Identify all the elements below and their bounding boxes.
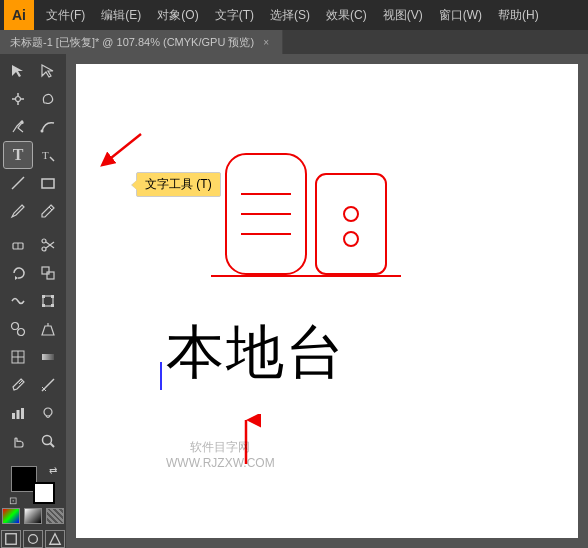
pencil-tool[interactable] bbox=[34, 198, 62, 224]
symbol-sprayer-tool[interactable] bbox=[34, 400, 62, 426]
menu-window[interactable]: 窗口(W) bbox=[431, 3, 490, 28]
svg-rect-41 bbox=[21, 408, 24, 419]
app-logo: Ai bbox=[4, 0, 34, 30]
view-mode-3[interactable] bbox=[45, 530, 65, 548]
line-tool[interactable] bbox=[4, 170, 32, 196]
canvas-area: 文字工具 (T) bbox=[66, 54, 588, 548]
menu-help[interactable]: 帮助(H) bbox=[490, 3, 547, 28]
svg-rect-12 bbox=[42, 179, 54, 188]
zoom-tool[interactable] bbox=[34, 428, 62, 454]
server-illustration bbox=[206, 114, 406, 314]
svg-rect-27 bbox=[51, 304, 54, 307]
svg-rect-22 bbox=[47, 272, 54, 279]
tooltip: 文字工具 (T) bbox=[136, 172, 221, 197]
svg-point-6 bbox=[16, 97, 21, 102]
tab-bar: 未标题-1 [已恢复]* @ 107.84% (CMYK/GPU 预览) × bbox=[0, 30, 588, 54]
svg-point-46 bbox=[29, 535, 38, 544]
menu-file[interactable]: 文件(F) bbox=[38, 3, 93, 28]
svg-point-28 bbox=[12, 323, 19, 330]
color-mode-icon[interactable] bbox=[2, 508, 20, 524]
hand-tool[interactable] bbox=[4, 428, 32, 454]
menu-object[interactable]: 对象(O) bbox=[149, 3, 206, 28]
svg-point-7 bbox=[21, 121, 24, 124]
menu-edit[interactable]: 编辑(E) bbox=[93, 3, 149, 28]
rotate-tool[interactable] bbox=[4, 260, 32, 286]
graph-tool[interactable] bbox=[4, 400, 32, 426]
svg-line-11 bbox=[12, 177, 24, 189]
measure-tool[interactable] bbox=[34, 372, 62, 398]
menu-view[interactable]: 视图(V) bbox=[375, 3, 431, 28]
menu-select[interactable]: 选择(S) bbox=[262, 3, 318, 28]
gradient-mode-icon[interactable] bbox=[24, 508, 42, 524]
shape-builder-tool[interactable] bbox=[4, 316, 32, 342]
view-mode-2[interactable] bbox=[23, 530, 43, 548]
gradient-tool[interactable] bbox=[34, 344, 62, 370]
svg-line-10 bbox=[50, 157, 54, 161]
selection-tool[interactable] bbox=[4, 58, 32, 84]
svg-rect-53 bbox=[316, 174, 386, 274]
text-cursor bbox=[160, 362, 162, 390]
main-area: T T bbox=[0, 54, 588, 548]
svg-rect-40 bbox=[17, 410, 20, 419]
menu-effects[interactable]: 效果(C) bbox=[318, 3, 375, 28]
svg-line-13 bbox=[49, 207, 52, 210]
touch-type-tool[interactable]: T bbox=[34, 142, 62, 168]
tooltip-text: 文字工具 (T) bbox=[145, 177, 212, 191]
color-section: ⇄ ⊡ bbox=[0, 462, 66, 548]
mesh-tool[interactable] bbox=[4, 344, 32, 370]
default-colors-icon[interactable]: ⊡ bbox=[9, 495, 17, 506]
view-mode-1[interactable] bbox=[1, 530, 21, 548]
warp-tool[interactable] bbox=[4, 288, 32, 314]
document-tab[interactable]: 未标题-1 [已恢复]* @ 107.84% (CMYK/GPU 预览) × bbox=[0, 30, 283, 54]
eraser-tool[interactable] bbox=[4, 232, 32, 258]
scissors-tool[interactable] bbox=[34, 232, 62, 258]
tab-title: 未标题-1 [已恢复]* @ 107.84% (CMYK/GPU 预览) bbox=[10, 35, 254, 50]
svg-point-17 bbox=[42, 247, 46, 251]
scale-tool[interactable] bbox=[34, 260, 62, 286]
svg-marker-20 bbox=[15, 276, 18, 280]
svg-rect-25 bbox=[51, 295, 54, 298]
rectangle-tool[interactable] bbox=[34, 170, 62, 196]
svg-marker-0 bbox=[12, 65, 23, 77]
direct-selection-tool[interactable] bbox=[34, 58, 62, 84]
svg-point-54 bbox=[344, 207, 358, 221]
magic-wand-tool[interactable] bbox=[4, 86, 32, 112]
pen-tool[interactable] bbox=[4, 114, 32, 140]
svg-line-44 bbox=[51, 444, 55, 448]
arrow-to-tool bbox=[86, 124, 146, 174]
svg-point-55 bbox=[344, 232, 358, 246]
svg-rect-39 bbox=[12, 413, 15, 419]
svg-rect-35 bbox=[42, 354, 54, 360]
eyedropper-tool[interactable] bbox=[4, 372, 32, 398]
svg-line-36 bbox=[19, 381, 22, 384]
svg-point-16 bbox=[42, 239, 46, 243]
lasso-tool[interactable] bbox=[34, 86, 62, 112]
perspective-tool[interactable] bbox=[34, 316, 62, 342]
svg-marker-30 bbox=[42, 326, 54, 335]
menu-items: 文件(F) 编辑(E) 对象(O) 文字(T) 选择(S) 效果(C) 视图(V… bbox=[38, 3, 547, 28]
tab-close-button[interactable]: × bbox=[260, 36, 272, 48]
svg-marker-47 bbox=[50, 534, 61, 545]
none-mode-icon[interactable] bbox=[46, 508, 64, 524]
svg-rect-26 bbox=[42, 304, 45, 307]
chinese-text: 本地台 bbox=[166, 314, 346, 392]
paintbrush-tool[interactable] bbox=[4, 198, 32, 224]
free-transform-tool[interactable] bbox=[34, 288, 62, 314]
svg-point-29 bbox=[18, 329, 25, 336]
svg-rect-24 bbox=[42, 295, 45, 298]
svg-point-43 bbox=[43, 436, 52, 445]
svg-rect-21 bbox=[42, 267, 49, 274]
svg-point-8 bbox=[41, 130, 44, 133]
toolbar: T T bbox=[0, 54, 66, 548]
curvature-tool[interactable] bbox=[34, 114, 62, 140]
text-tool[interactable]: T bbox=[4, 142, 32, 168]
svg-text:T: T bbox=[42, 149, 49, 161]
menu-text[interactable]: 文字(T) bbox=[207, 3, 262, 28]
svg-rect-45 bbox=[6, 534, 17, 545]
swap-colors-icon[interactable]: ⇄ bbox=[49, 465, 57, 476]
menu-bar: Ai 文件(F) 编辑(E) 对象(O) 文字(T) 选择(S) 效果(C) 视… bbox=[0, 0, 588, 30]
svg-marker-1 bbox=[42, 65, 53, 77]
canvas[interactable]: 文字工具 (T) bbox=[76, 64, 578, 538]
stroke-color[interactable] bbox=[33, 482, 55, 504]
watermark: 软件目字网 WWW.RJZXW.COM bbox=[166, 439, 275, 470]
